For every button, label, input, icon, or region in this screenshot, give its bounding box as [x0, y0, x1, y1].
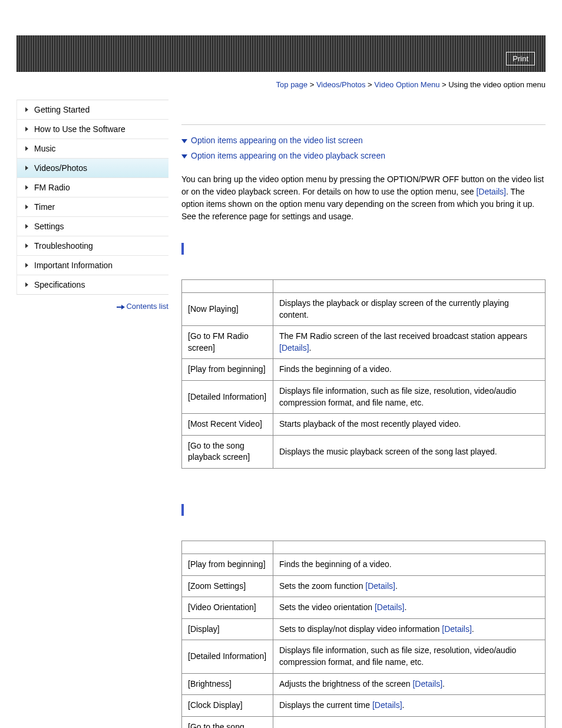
caret-right-icon	[25, 224, 28, 229]
caret-right-icon	[25, 282, 28, 287]
option-item: [Display]	[182, 618, 273, 640]
caret-right-icon	[25, 166, 28, 170]
table-row: [Detailed Information]Displays file info…	[182, 380, 546, 413]
option-item: [Detailed Information]	[182, 380, 273, 413]
table-row: [Most Recent Video]Starts playback of th…	[182, 414, 546, 436]
sidebar-item[interactable]: Videos/Photos	[17, 159, 168, 178]
breadcrumb-sep: >	[366, 80, 375, 89]
option-item: [Go to FM Radio screen]	[182, 326, 273, 359]
desc-text: Sets the zoom function	[279, 581, 365, 591]
breadcrumb-sub[interactable]: Video Option Menu	[374, 80, 439, 89]
details-link[interactable]: [Details]	[375, 602, 405, 612]
intro-details-link[interactable]: [Details]	[476, 187, 506, 196]
caret-right-icon	[25, 107, 28, 112]
caret-right-icon	[25, 185, 28, 190]
table-header	[273, 280, 546, 293]
option-desc: Displays file information, such as file …	[273, 380, 546, 413]
option-desc: Displays the music playback screen of th…	[273, 435, 546, 468]
table-row: [Clock Display]Displays the current time…	[182, 695, 546, 717]
desc-text: Displays the current time	[279, 700, 372, 710]
option-item: [Clock Display]	[182, 695, 273, 717]
divider	[181, 124, 546, 125]
option-item: [Most Recent Video]	[182, 414, 273, 436]
sidebar-item[interactable]: Important Information	[17, 256, 168, 275]
header-banner: Print	[16, 35, 546, 72]
desc-text: Adjusts the brightness of the screen	[279, 679, 412, 689]
section-heading-list	[181, 243, 546, 255]
sidebar-item-label: Important Information	[34, 261, 113, 270]
option-desc: Sets the zoom function [Details].	[273, 575, 546, 597]
table-row: [Zoom Settings]Sets the zoom function [D…	[182, 575, 546, 597]
table-row: [Go to the song playback screen]Displays…	[182, 435, 546, 468]
desc-text: .	[442, 679, 445, 689]
arrow-right-icon	[117, 305, 125, 309]
sidebar-item-label: Troubleshooting	[34, 241, 93, 251]
caret-right-icon	[25, 146, 28, 151]
jump-link-list-screen[interactable]: Option items appearing on the video list…	[191, 136, 363, 145]
table-row: [Go to the song playback screen]Displays…	[182, 716, 546, 728]
option-desc: Displays the current time [Details].	[273, 695, 546, 717]
details-link[interactable]: [Details]	[372, 700, 402, 710]
option-item: [Now Playing]	[182, 293, 273, 326]
desc-text: .	[395, 581, 398, 591]
details-link[interactable]: [Details]	[279, 343, 309, 353]
jump-link-playback-screen[interactable]: Option items appearing on the video play…	[191, 151, 385, 160]
sidebar-item[interactable]: Timer	[17, 197, 168, 217]
desc-text: .	[309, 343, 312, 353]
chevron-down-icon	[181, 154, 187, 159]
sidebar-item[interactable]: Troubleshooting	[17, 236, 168, 256]
chevron-down-icon	[181, 139, 187, 143]
caret-right-icon	[25, 205, 28, 209]
option-item: [Zoom Settings]	[182, 575, 273, 597]
option-desc: Sets to display/not display video inform…	[273, 618, 546, 640]
contents-list-link[interactable]: Contents list	[126, 302, 168, 311]
sidebar-item-label: Getting Started	[34, 105, 90, 114]
option-item: [Detailed Information]	[182, 640, 273, 673]
table-row: [Video Orientation]Sets the video orient…	[182, 597, 546, 619]
sidebar-item[interactable]: Getting Started	[17, 100, 168, 120]
option-item: [Go to the song playback screen]	[182, 435, 273, 468]
sidebar-item-label: Videos/Photos	[34, 163, 87, 173]
caret-right-icon	[25, 127, 28, 131]
print-button[interactable]: Print	[506, 52, 535, 65]
caret-right-icon	[25, 243, 28, 248]
breadcrumb-page: Using the video option menu	[448, 80, 546, 89]
option-desc: Sets the video orientation [Details].	[273, 597, 546, 619]
option-desc: The FM Radio screen of the last received…	[273, 326, 546, 359]
desc-text: The FM Radio screen of the last received…	[279, 331, 527, 341]
table-row: [Brightness]Adjusts the brightness of th…	[182, 673, 546, 695]
options-table-playback: [Play from beginning]Finds the beginning…	[181, 541, 546, 728]
intro-paragraph: You can bring up the video option menu b…	[181, 173, 546, 223]
desc-text: .	[404, 602, 406, 612]
option-item: [Play from beginning]	[182, 554, 273, 575]
sidebar-item[interactable]: Specifications	[17, 275, 168, 294]
sidebar-item-label: How to Use the Software	[34, 124, 125, 134]
option-desc: Displays the playback or display screen …	[273, 293, 546, 326]
details-link[interactable]: [Details]	[412, 679, 442, 689]
sidebar-item[interactable]: Music	[17, 139, 168, 159]
caret-right-icon	[25, 263, 28, 268]
breadcrumb-sep: >	[308, 80, 316, 89]
breadcrumb-top[interactable]: Top page	[276, 80, 308, 89]
option-desc: Displays file information, such as file …	[273, 640, 546, 673]
sidebar-item[interactable]: How to Use the Software	[17, 120, 168, 139]
sidebar-item[interactable]: Settings	[17, 217, 168, 236]
option-desc: Adjusts the brightness of the screen [De…	[273, 673, 546, 695]
details-link[interactable]: [Details]	[442, 624, 472, 634]
option-item: [Play from beginning]	[182, 359, 273, 381]
option-item: [Brightness]	[182, 673, 273, 695]
table-row: [Play from beginning]Finds the beginning…	[182, 554, 546, 575]
breadcrumb: Top page > Videos/Photos > Video Option …	[16, 80, 546, 89]
breadcrumb-sep: >	[439, 80, 448, 89]
option-desc: Finds the beginning of a video.	[273, 359, 546, 381]
breadcrumb-cat[interactable]: Videos/Photos	[316, 80, 366, 89]
desc-text: .	[472, 624, 474, 634]
table-row: [Go to FM Radio screen]The FM Radio scre…	[182, 326, 546, 359]
option-desc: Displays the music playback screen of th…	[273, 716, 546, 728]
table-row: [Play from beginning]Finds the beginning…	[182, 359, 546, 381]
sidebar-item-label: FM Radio	[34, 183, 70, 192]
table-row: [Now Playing]Displays the playback or di…	[182, 293, 546, 326]
desc-text: .	[402, 700, 405, 710]
sidebar-item[interactable]: FM Radio	[17, 178, 168, 197]
details-link[interactable]: [Details]	[365, 581, 395, 591]
